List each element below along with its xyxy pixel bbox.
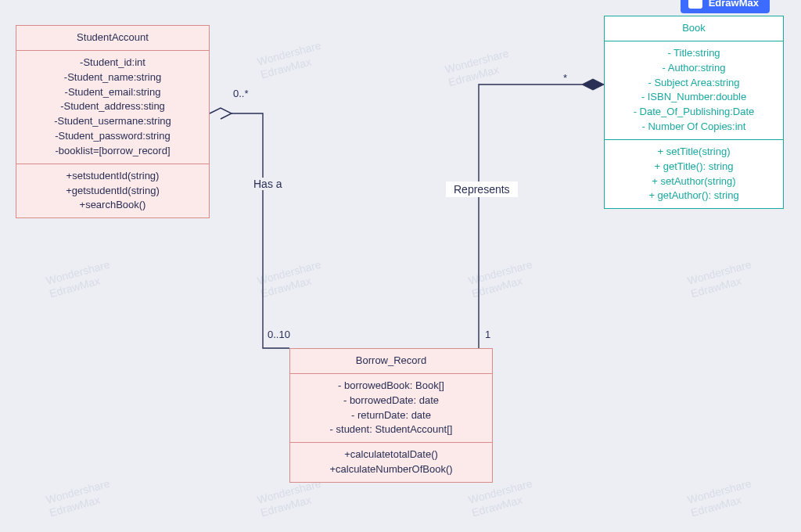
watermark: WondershareEdrawMax	[467, 477, 537, 519]
op: + setTitle(string)	[612, 145, 775, 160]
mult-represents-top: *	[563, 72, 567, 84]
watermark: WondershareEdrawMax	[686, 477, 756, 519]
class-borrow-record: Borrow_Record - borrowedBook: Book[] - b…	[289, 348, 493, 483]
watermark: WondershareEdrawMax	[256, 39, 326, 81]
attr: - student: StudentAccount[]	[298, 422, 484, 437]
watermark: WondershareEdrawMax	[467, 258, 537, 300]
attr: -Student_password:string	[24, 129, 201, 144]
watermark: WondershareEdrawMax	[45, 258, 115, 300]
op: +searchBook()	[24, 198, 201, 213]
class-operations: +setstudentId(string) +getstudentId(stri…	[16, 164, 209, 218]
attr: - Title:string	[612, 46, 775, 61]
op: + setAuthor(string)	[612, 174, 775, 189]
attr: - borrowedBook: Book[]	[298, 379, 484, 394]
op: +calculateNumberOfBook()	[298, 462, 484, 477]
attr: - Subject Area:string	[612, 76, 775, 91]
watermark: WondershareEdrawMax	[256, 258, 326, 300]
class-attributes: -Student_id:int -Student_name:string -St…	[16, 51, 209, 164]
class-title: Book	[605, 16, 783, 41]
class-attributes: - borrowedBook: Book[] - borrowedDate: d…	[290, 374, 492, 443]
op: +setstudentId(string)	[24, 169, 201, 184]
attr: - Author:string	[612, 61, 775, 76]
attr: - borrowedDate: date	[298, 394, 484, 408]
watermark: WondershareEdrawMax	[444, 47, 514, 89]
watermark: WondershareEdrawMax	[256, 477, 326, 519]
mult-represents-bottom: 1	[485, 329, 490, 340]
class-title: Borrow_Record	[290, 349, 492, 374]
attr: - returnDate: date	[298, 408, 484, 423]
class-student-account: StudentAccount -Student_id:int -Student_…	[16, 25, 210, 218]
app-badge: EdrawMax	[681, 0, 770, 13]
attr: -Student_email:string	[24, 85, 201, 100]
op: + getTitle(): string	[612, 160, 775, 174]
op: +calculatetotalDate()	[298, 448, 484, 462]
relation-has-a-label: Has a	[250, 178, 286, 190]
class-attributes: - Title:string - Author:string - Subject…	[605, 41, 783, 140]
watermark: WondershareEdrawMax	[45, 477, 115, 519]
attr: - ISBN_Number:double	[612, 90, 775, 105]
op: + getAuthor(): string	[612, 189, 775, 203]
attr: -Student_id:int	[24, 56, 201, 70]
watermark: WondershareEdrawMax	[686, 258, 756, 300]
class-operations: +calculatetotalDate() +calculateNumberOf…	[290, 443, 492, 482]
attr: -booklist=[borrow_record]	[24, 144, 201, 159]
relation-represents-label: Represents	[446, 182, 518, 197]
attr: - Date_Of_Publishing:Date	[612, 105, 775, 120]
badge-text: EdrawMax	[709, 0, 759, 9]
mult-hasa-top: 0..*	[233, 88, 249, 99]
attr: -Student_name:string	[24, 70, 201, 85]
attr: - Number Of Copies:int	[612, 120, 775, 135]
class-operations: + setTitle(string) + getTitle(): string …	[605, 140, 783, 208]
attr: -Student_usermane:string	[24, 114, 201, 129]
mult-hasa-bottom: 0..10	[268, 329, 290, 340]
class-book: Book - Title:string - Author:string - Su…	[604, 16, 784, 209]
svg-marker-0	[582, 79, 604, 90]
class-title: StudentAccount	[16, 26, 209, 51]
attr: -Student_address:sting	[24, 99, 201, 114]
op: +getstudentId(string)	[24, 184, 201, 199]
